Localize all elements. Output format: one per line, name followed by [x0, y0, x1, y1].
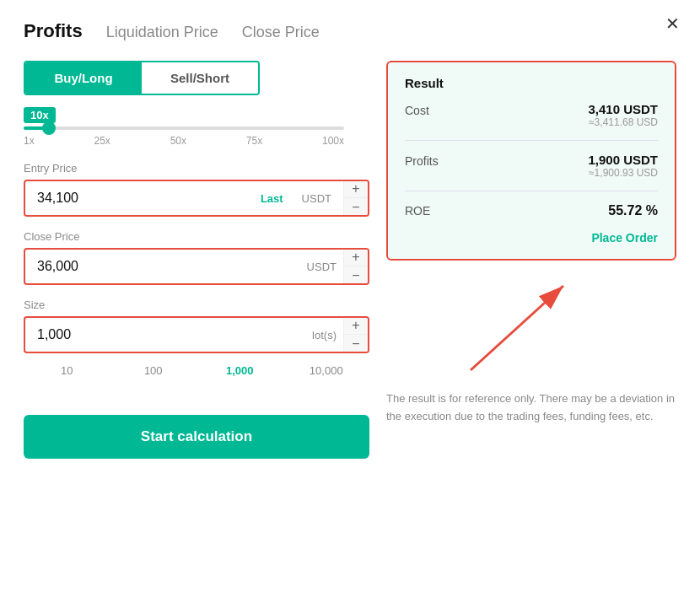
disclaimer: The result is for reference only. There … — [386, 379, 676, 426]
entry-price-increment[interactable]: + — [344, 180, 368, 198]
entry-price-decrement[interactable]: − — [344, 198, 368, 217]
leverage-slider-thumb[interactable] — [42, 121, 56, 135]
close-price-decrement[interactable]: − — [344, 266, 368, 285]
close-price-label: Close Price — [24, 230, 369, 243]
red-arrow-icon — [454, 269, 589, 379]
size-quick-10[interactable]: 10 — [24, 360, 110, 381]
size-group: Size lot(s) + − 10 100 1,000 10,000 — [24, 298, 369, 381]
roe-value: 55.72 % — [608, 203, 658, 218]
close-price-group: Close Price USDT + − — [24, 230, 369, 285]
slider-label-25x: 25x — [94, 135, 110, 147]
leverage-area: 10x 1x 25x 50x 75x 100x — [24, 107, 344, 147]
tab-close-price[interactable]: Close Price — [242, 24, 320, 43]
arrow-annotation — [386, 261, 676, 379]
size-controls: + − — [343, 316, 368, 353]
profits-row: Profits 1,900 USDT ≈1,900.93 USD — [405, 153, 658, 179]
entry-price-input[interactable] — [25, 191, 254, 206]
size-quick-1000[interactable]: 1,000 — [197, 360, 283, 381]
cost-main-value: 3,410 USDT — [588, 102, 658, 116]
size-quick-select: 10 100 1,000 10,000 — [24, 360, 369, 381]
tabs-bar: Profits Liquidation Price Close Price — [24, 20, 676, 44]
entry-price-unit: USDT — [295, 192, 338, 205]
divider-1 — [405, 140, 658, 141]
size-input[interactable] — [25, 327, 305, 342]
cost-label: Cost — [405, 102, 429, 117]
entry-price-input-row: Last USDT + − — [24, 180, 369, 217]
tab-liquidation-price[interactable]: Liquidation Price — [106, 24, 218, 43]
result-title: Result — [405, 76, 658, 90]
slider-labels: 1x 25x 50x 75x 100x — [24, 135, 344, 147]
entry-price-units: Last USDT — [254, 192, 343, 205]
roe-label: ROE — [405, 204, 430, 218]
size-unit: lot(s) — [305, 329, 343, 341]
close-price-input-row: USDT + − — [24, 248, 369, 285]
slider-label-100x: 100x — [322, 135, 344, 147]
start-calculation-button[interactable]: Start calculation — [24, 415, 369, 459]
entry-price-group: Entry Price Last USDT + − — [24, 162, 369, 217]
slider-label-75x: 75x — [246, 135, 262, 147]
place-order-button[interactable]: Place Order — [591, 231, 658, 245]
leverage-badge: 10x — [24, 107, 56, 123]
modal: ✕ Profits Liquidation Price Close Price … — [0, 0, 700, 613]
close-price-unit: USDT — [300, 261, 343, 273]
close-price-input[interactable] — [25, 259, 300, 274]
left-panel: Buy/Long Sell/Short 10x 1x 25x 50x 75x 1… — [24, 61, 369, 459]
place-order-link: Place Order — [405, 230, 658, 245]
size-decrement[interactable]: − — [344, 335, 368, 353]
size-label: Size — [24, 298, 369, 311]
size-increment[interactable]: + — [344, 316, 368, 335]
buy-long-button[interactable]: Buy/Long — [25, 62, 142, 94]
roe-row: ROE 55.72 % — [405, 203, 658, 218]
profits-values: 1,900 USDT ≈1,900.93 USD — [588, 153, 658, 179]
size-quick-10000[interactable]: 10,000 — [283, 360, 370, 381]
size-quick-100[interactable]: 100 — [110, 360, 197, 381]
svg-line-1 — [471, 286, 563, 370]
tab-profits[interactable]: Profits — [24, 20, 83, 44]
profits-label: Profits — [405, 153, 439, 168]
close-button[interactable]: ✕ — [665, 15, 680, 32]
main-layout: Buy/Long Sell/Short 10x 1x 25x 50x 75x 1… — [24, 61, 676, 459]
buy-sell-toggle: Buy/Long Sell/Short — [24, 61, 260, 95]
close-price-controls: + − — [343, 248, 368, 285]
slider-label-50x: 50x — [170, 135, 186, 147]
entry-price-label: Entry Price — [24, 162, 369, 175]
profits-main-value: 1,900 USDT — [588, 153, 658, 167]
profits-sub-value: ≈1,900.93 USD — [588, 167, 658, 179]
leverage-slider-track[interactable] — [24, 126, 344, 130]
sell-short-button[interactable]: Sell/Short — [142, 62, 258, 94]
cost-row: Cost 3,410 USDT ≈3,411.68 USD — [405, 102, 658, 128]
result-box: Result Cost 3,410 USDT ≈3,411.68 USD Pro… — [386, 61, 676, 261]
entry-price-last-badge[interactable]: Last — [254, 192, 290, 205]
close-price-increment[interactable]: + — [344, 248, 368, 266]
divider-2 — [405, 191, 658, 191]
size-input-row: lot(s) + − — [24, 316, 369, 353]
cost-values: 3,410 USDT ≈3,411.68 USD — [588, 102, 658, 128]
slider-label-1x: 1x — [24, 135, 35, 147]
cost-sub-value: ≈3,411.68 USD — [588, 116, 658, 128]
entry-price-controls: + − — [343, 180, 368, 217]
right-panel: Result Cost 3,410 USDT ≈3,411.68 USD Pro… — [386, 61, 676, 459]
